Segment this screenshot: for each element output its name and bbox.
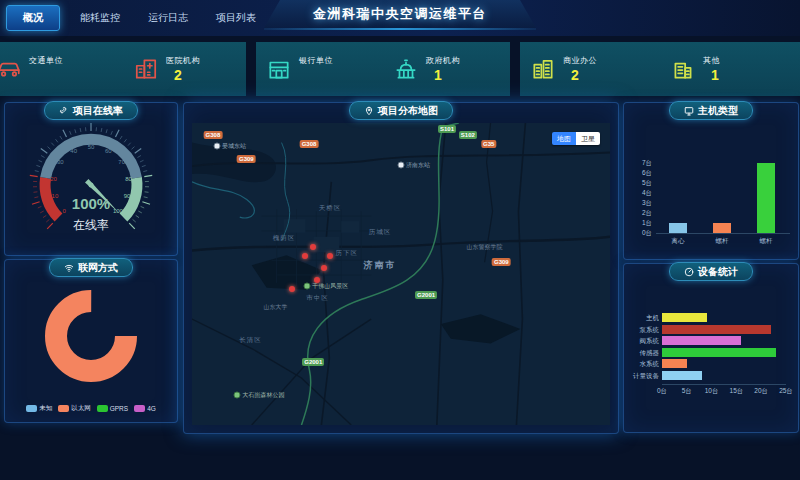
stat-cards-row: 交通单位 医院机构 2 银行单位	[0, 42, 800, 96]
online-rate-gauge: 0102030405060708090100100%在线率	[5, 121, 177, 253]
stat-count	[29, 67, 63, 83]
axis-label: 7台	[630, 159, 652, 167]
bar	[662, 313, 707, 322]
svg-text:30: 30	[57, 159, 64, 165]
svg-text:90: 90	[124, 193, 131, 199]
bar	[662, 348, 776, 357]
panel-host-type: 主机类型 0台1台2台3台4台5台6台7台离心螺杆螺杆	[623, 102, 799, 260]
map-marker-district: 历下区	[335, 248, 358, 257]
map-marker-city: 济南市	[364, 258, 397, 271]
hospital-icon	[133, 56, 159, 82]
legend-item[interactable]: 4G	[134, 404, 156, 413]
bar	[662, 325, 771, 334]
map-marker-district: 长清区	[239, 336, 262, 345]
station-dot	[397, 162, 404, 169]
axis-label: 5台	[677, 387, 697, 396]
legend-item[interactable]: 以太网	[58, 404, 91, 413]
svg-text:60: 60	[105, 148, 112, 154]
legend-label: GPRS	[110, 405, 128, 412]
bar	[662, 336, 741, 345]
station-dot	[213, 142, 220, 149]
host-type-chart: 0台1台2台3台4台5台6台7台离心螺杆螺杆	[630, 123, 794, 255]
axis-label: 0台	[652, 387, 672, 396]
svg-text:40: 40	[70, 148, 77, 154]
link-icon	[59, 106, 69, 116]
tab-project-list[interactable]: 项目列表	[202, 0, 270, 36]
axis-label: 10台	[702, 387, 722, 396]
map-marker-project[interactable]	[302, 253, 308, 259]
map-marker-road-s: S101	[438, 125, 456, 133]
map-toggle-satellite[interactable]: 卫星	[576, 132, 600, 145]
stat-count	[299, 67, 333, 83]
map-marker-district: 市中区	[306, 294, 329, 303]
svg-text:80: 80	[125, 176, 132, 182]
legend-label: 4G	[147, 405, 156, 412]
stat-count: 1	[703, 67, 720, 83]
legend-swatch	[134, 405, 145, 412]
stat-item-government: 政府机构 1	[383, 55, 510, 83]
map-marker-district: 槐荫区	[273, 233, 296, 242]
map-marker-poi: 千佛山风景区	[303, 282, 348, 291]
panel-device-stats: 设备统计 主机泵系统阀系统传感器水系统计量设备0台5台10台15台20台25台	[623, 263, 799, 433]
axis-label: 螺杆	[744, 237, 788, 246]
panel-title: 项目在线率	[73, 102, 123, 119]
panel-device-stats-header: 设备统计	[669, 262, 753, 281]
axis-label: 20台	[751, 387, 771, 396]
map-marker-project[interactable]	[321, 265, 327, 271]
stat-label: 交通单位	[29, 55, 63, 66]
axis-label: 螺杆	[700, 237, 744, 246]
bank-icon	[266, 56, 292, 82]
legend-item[interactable]: GPRS	[97, 404, 128, 413]
government-icon	[393, 56, 419, 82]
tab-overview[interactable]: 概况	[6, 5, 60, 31]
axis-label: 计量设备	[630, 371, 659, 380]
svg-text:50: 50	[88, 144, 95, 150]
tab-run-log[interactable]: 运行日志	[134, 0, 202, 36]
poi-dot	[303, 283, 310, 290]
stat-card-1: 交通单位 医院机构 2	[0, 42, 246, 96]
stat-item-hospital: 医院机构 2	[123, 55, 246, 83]
panel-title: 主机类型	[698, 102, 738, 119]
axis-label: 主机	[630, 313, 659, 322]
map-toggle-map[interactable]: 地图	[552, 132, 576, 145]
gauge-icon	[684, 267, 694, 277]
stat-label: 商业办公	[563, 55, 597, 66]
legend-label: 未知	[39, 404, 52, 413]
axis-label: 1台	[630, 219, 652, 227]
stat-label: 其他	[703, 55, 720, 66]
network-legend: 未知以太网GPRS4G	[5, 404, 177, 413]
tab-energy-monitor[interactable]: 能耗监控	[66, 0, 134, 36]
map-marker-road-g: G308	[300, 140, 319, 148]
axis-label: 2台	[630, 209, 652, 217]
monitor-icon	[684, 106, 694, 116]
map-marker-district: 天桥区	[319, 203, 342, 212]
svg-text:100: 100	[113, 208, 124, 214]
map-marker-poi: 大石崮森林公园	[233, 390, 284, 399]
network-donut	[5, 286, 177, 386]
stat-count: 2	[563, 67, 597, 83]
bar	[662, 359, 687, 368]
map-marker-road-g: G309	[492, 258, 511, 266]
map-marker-project[interactable]	[327, 253, 333, 259]
map-marker-station: 晏城东站	[213, 141, 246, 150]
map-marker-project[interactable]	[310, 244, 316, 250]
car-icon	[0, 56, 22, 82]
svg-text:70: 70	[118, 159, 125, 165]
map-marker-project[interactable]	[289, 286, 295, 292]
panel-title: 设备统计	[698, 263, 738, 280]
map-marker-road-s: G2001	[415, 291, 437, 299]
title-underline	[264, 28, 536, 30]
map-type-toggle: 地图 卫星	[552, 132, 600, 145]
legend-swatch	[97, 405, 108, 412]
poi-dot	[233, 391, 240, 398]
legend-swatch	[26, 405, 37, 412]
x-axis-line	[656, 233, 790, 234]
map-markers: G308G309G308S101S102G35G309G2001G2001晏城东…	[192, 123, 610, 425]
axis-label: 4台	[630, 189, 652, 197]
map-area[interactable]: G308G309G308S101S102G35G309G2001G2001晏城东…	[192, 123, 610, 425]
stat-label: 政府机构	[426, 55, 460, 66]
stat-count: 1	[426, 67, 460, 83]
map-marker-text: 山东大学	[264, 303, 288, 312]
legend-item[interactable]: 未知	[26, 404, 52, 413]
office-icon	[530, 56, 556, 82]
